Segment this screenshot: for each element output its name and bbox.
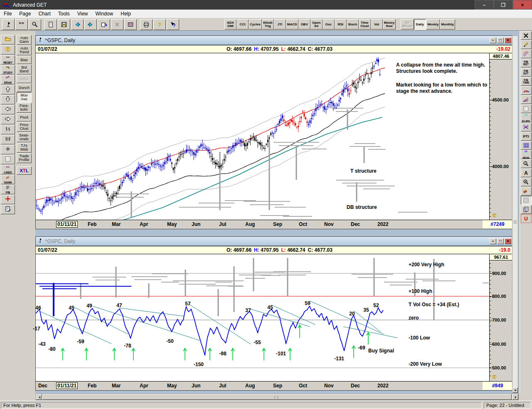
- quote-button[interactable]: ””: [15, 19, 28, 30]
- undo-tool[interactable]: U: [521, 214, 532, 223]
- study-button-vol[interactable]: Vol: [371, 19, 383, 30]
- chart2-maximize-button[interactable]: □: [497, 238, 504, 244]
- tool-button-para--bolic[interactable]: Para- bolic: [17, 103, 32, 113]
- study-button-open[interactable]: Open Int: [310, 19, 323, 30]
- scroll-up-button[interactable]: [1, 85, 15, 94]
- gann-button[interactable]: GANN: [1, 175, 15, 184]
- study-button-jti[interactable]: JTI: [274, 19, 286, 30]
- text-tool[interactable]: A: [521, 169, 532, 177]
- symbol-scales-button[interactable]: [1, 45, 15, 55]
- menu-page[interactable]: Page: [15, 10, 34, 17]
- help-button[interactable]: ?: [153, 19, 166, 30]
- scroll-left-button[interactable]: [36, 394, 42, 400]
- tool-button-donch[interactable]: Donch: [17, 84, 32, 92]
- open-chart-button[interactable]: [1, 35, 15, 45]
- fan-tool-button[interactable]: [521, 95, 532, 104]
- bar-compress-button[interactable]: [1, 125, 15, 134]
- tool-button-seas--onals[interactable]: Seas- onals: [17, 132, 32, 142]
- pti-tool[interactable]: PTI: [521, 132, 532, 141]
- fib-time-tool[interactable]: FIB TIME: [521, 77, 532, 86]
- period-button-weekly[interactable]: Weekly: [426, 19, 440, 30]
- tool-button-auto-gann[interactable]: Auto Gann: [17, 35, 32, 45]
- chart1-price-axis[interactable]: 4807.464500.004000.00: [489, 53, 512, 220]
- lines-button[interactable]: LINES: [1, 165, 15, 174]
- scroll-right-button[interactable]: [512, 394, 518, 400]
- menu-help[interactable]: Help: [117, 10, 135, 17]
- regression-grid-tool-button[interactable]: [521, 141, 532, 150]
- crosshair-button[interactable]: [1, 195, 15, 204]
- restore-button[interactable]: ❒: [494, 0, 513, 10]
- chart2-time-axis[interactable]: Dec01/11/21FebMarAprMayJunJulAugSepOctNo…: [36, 381, 512, 390]
- tool-button-auto-trend[interactable]: Auto Trend: [17, 45, 32, 55]
- minimize-button[interactable]: –: [475, 0, 494, 10]
- study-button-adx[interactable]: ADX DMI: [224, 19, 236, 30]
- vertical-scrollbar[interactable]: [512, 35, 518, 393]
- new-page-button[interactable]: [44, 19, 57, 30]
- horizontal-scrollbar[interactable]: [35, 394, 519, 400]
- search-button[interactable]: [29, 19, 41, 30]
- tool-button-delta[interactable]: Delta: [17, 75, 32, 83]
- period-button-60[interactable]: 60 Minute: [401, 19, 414, 30]
- chart2-title-bar[interactable]: ^GSPC, Daily – □ ×: [36, 237, 512, 246]
- snapshot-tool-button[interactable]: [521, 196, 532, 205]
- page-flip-button[interactable]: [98, 19, 110, 30]
- study-button-money[interactable]: Money flow: [383, 19, 396, 30]
- study-button[interactable]: STUDY: [1, 65, 15, 74]
- next-page-button[interactable]: [84, 19, 97, 30]
- elliott-button[interactable]: Elliott: [1, 75, 15, 84]
- study-button-rsi[interactable]: RSI: [335, 19, 347, 30]
- grid-tool-button[interactable]: [521, 104, 532, 113]
- fib-arc-tool-button[interactable]: FIB: [521, 86, 532, 95]
- oscillator-plot[interactable]: [36, 254, 489, 381]
- study-button-osc[interactable]: Osc: [323, 19, 335, 30]
- page-setup-button[interactable]: [124, 19, 137, 30]
- chart1-time-axis[interactable]: 01/11/21FebMarAprMayJunJulAugSepOctNovDe…: [36, 220, 512, 228]
- value-search-tool-button[interactable]: 1: [521, 159, 532, 168]
- tool-button-xtl[interactable]: XTL: [17, 166, 32, 175]
- study-button-elliott[interactable]: Elliott Trig: [262, 19, 274, 30]
- tool-button-bias[interactable]: Bias: [17, 56, 32, 64]
- menu-file[interactable]: File: [0, 10, 15, 17]
- report-tool-button[interactable]: [521, 205, 532, 214]
- scrollbar-grip[interactable]: [513, 221, 517, 223]
- fib-button[interactable]: FIB: [1, 185, 15, 194]
- angle-fan-tool-button[interactable]: [521, 123, 532, 131]
- scroll-left-button[interactable]: [1, 105, 15, 114]
- trendlines-tool-button[interactable]: [521, 50, 532, 58]
- tool-button-price-clust[interactable]: Price Clust: [17, 122, 32, 132]
- prev-page-button[interactable]: [71, 19, 84, 30]
- price-chart-plot[interactable]: [36, 53, 489, 220]
- reset-button[interactable]: RESET: [1, 55, 15, 64]
- delete-page-button[interactable]: [111, 19, 123, 30]
- fib-retracement-tool[interactable]: FIB RET: [521, 59, 532, 67]
- eraser-tool-button[interactable]: [521, 187, 532, 196]
- tool-button-mov-ave[interactable]: Mov Ave: [17, 92, 32, 102]
- close-button[interactable]: ×: [513, 0, 532, 10]
- period-button-monthly[interactable]: Monthly: [440, 19, 455, 30]
- bar-expand-button[interactable]: [1, 135, 15, 144]
- grid-button[interactable]: [1, 155, 15, 164]
- study-button-cycles[interactable]: Cycles: [249, 19, 262, 30]
- scrollbar-thumb[interactable]: [42, 394, 512, 400]
- chart2-close-button[interactable]: ×: [505, 238, 511, 244]
- print-button[interactable]: [140, 19, 153, 30]
- scroll-down-button[interactable]: [1, 95, 15, 104]
- study-button-stoch[interactable]: Stoch: [347, 19, 359, 30]
- save-button[interactable]: [58, 19, 70, 30]
- ellipse-tool-button[interactable]: ELIPS: [521, 114, 532, 122]
- fib-extension-tool[interactable]: FIB EXT: [521, 68, 532, 77]
- bar-scale-button[interactable]: [1, 145, 15, 154]
- period-button-daily[interactable]: Daily: [414, 19, 426, 30]
- chart2-value-axis[interactable]: 967.61900.00800.00700.00600.00500.00: [489, 254, 512, 381]
- properties-button[interactable]: [1, 205, 15, 214]
- context-help-button[interactable]: ?: [167, 19, 179, 30]
- chart1-minimize-button[interactable]: –: [490, 37, 496, 43]
- delete-tool-button[interactable]: [521, 31, 532, 40]
- study-button-obv[interactable]: OBV: [298, 19, 310, 30]
- study-button-cci[interactable]: CCI: [236, 19, 249, 30]
- tool-button-bol-band[interactable]: Bol Band: [17, 64, 32, 74]
- menu-chart[interactable]: Chart: [34, 10, 54, 17]
- menu-window[interactable]: Window: [92, 10, 117, 17]
- scroll-right-button[interactable]: [1, 115, 15, 124]
- zoom-tool-button[interactable]: [521, 178, 532, 186]
